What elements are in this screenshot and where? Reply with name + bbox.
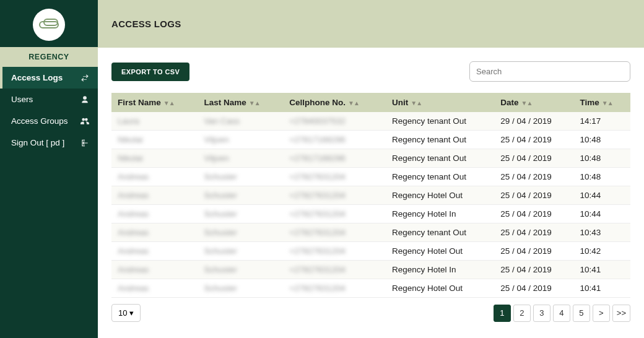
cell-date: 25 / 04 / 2019 — [494, 168, 573, 186]
cell-unit: Regency Hotel Out — [386, 279, 494, 298]
cell-phone: +27827631204 — [283, 168, 386, 186]
table-row: AndreasSchuster+27827631204Regency Hotel… — [111, 279, 630, 298]
cell-last-name: Schuster — [198, 242, 284, 261]
cell-phone: +27827631204 — [283, 261, 386, 279]
pager: 12345>>> — [494, 305, 630, 322]
col-label: Cellphone No. — [289, 98, 346, 107]
col-cellphone-no[interactable]: Cellphone No.▼▲ — [283, 93, 386, 112]
page-title: ACCESS LOGS — [111, 19, 630, 29]
col-label: Date — [500, 98, 518, 107]
page-5[interactable]: 5 — [573, 305, 590, 322]
cell-unit: Regency Hotel In — [386, 261, 494, 279]
cell-date: 29 / 04 / 2019 — [494, 112, 573, 131]
export-csv-button[interactable]: EXPORT TO CSV — [111, 63, 189, 81]
tenant-name: REGENCY — [0, 47, 98, 67]
cell-first-name: Andreas — [111, 186, 198, 205]
cell-last-name: Schuster — [198, 168, 284, 186]
sidebar-item-access-groups[interactable]: Access Groups — [0, 110, 98, 132]
cell-time: 10:48 — [574, 168, 630, 186]
cell-first-name: Laura — [111, 112, 198, 131]
cell-date: 25 / 04 / 2019 — [494, 149, 573, 168]
person-icon — [80, 95, 89, 104]
cell-phone: +27817168296 — [283, 149, 386, 168]
search-input[interactable] — [469, 61, 630, 82]
cell-date: 25 / 04 / 2019 — [494, 261, 573, 279]
sort-icon: ▼▲ — [521, 100, 533, 106]
sidebar: REGENCY Access LogsUsersAccess GroupsSig… — [0, 0, 98, 338]
cell-phone: +27817168296 — [283, 131, 386, 149]
cell-date: 25 / 04 / 2019 — [494, 223, 573, 242]
cell-date: 25 / 04 / 2019 — [494, 205, 573, 223]
col-unit[interactable]: Unit▼▲ — [386, 93, 494, 112]
cell-last-name: Viljoen — [198, 131, 284, 149]
swap-icon — [80, 74, 89, 82]
cell-first-name: Andreas — [111, 242, 198, 261]
page-1[interactable]: 1 — [494, 305, 511, 322]
cell-phone: +27827631204 — [283, 242, 386, 261]
cell-time: 10:44 — [574, 205, 630, 223]
table-header-row: First Name▼▲Last Name▼▲Cellphone No.▼▲Un… — [111, 93, 630, 112]
col-label: Unit — [392, 98, 408, 107]
signout-icon — [80, 139, 89, 147]
sidebar-item-label: Sign Out [ pd ] — [11, 138, 64, 147]
col-time[interactable]: Time▼▲ — [574, 93, 630, 112]
cell-unit: Regency Hotel Out — [386, 186, 494, 205]
sort-icon: ▼▲ — [163, 100, 175, 106]
page-2[interactable]: 2 — [513, 305, 531, 322]
logo-glyph-icon — [39, 19, 59, 31]
page-last[interactable]: >> — [612, 305, 630, 322]
cell-date: 25 / 04 / 2019 — [494, 186, 573, 205]
cell-time: 10:41 — [574, 261, 630, 279]
cell-time: 10:43 — [574, 223, 630, 242]
cell-unit: Regency Hotel Out — [386, 242, 494, 261]
cell-first-name: Andreas — [111, 223, 198, 242]
table-footer: 10 ▾ 12345>>> — [111, 304, 630, 322]
logo-wrap — [0, 0, 98, 47]
sidebar-nav: Access LogsUsersAccess GroupsSign Out [ … — [0, 67, 98, 154]
sort-icon: ▼▲ — [249, 100, 260, 106]
page-4[interactable]: 4 — [553, 305, 570, 322]
page-size-select[interactable]: 10 ▾ — [111, 304, 141, 322]
cell-time: 10:48 — [574, 131, 630, 149]
cell-last-name: Schuster — [198, 261, 284, 279]
table-row: NikolaiViljoen+27817168296Regency tenant… — [111, 131, 630, 149]
cell-phone: +27827631204 — [283, 223, 386, 242]
cell-last-name: Schuster — [198, 279, 284, 298]
cell-phone: +27827631204 — [283, 186, 386, 205]
cell-time: 14:17 — [574, 112, 630, 131]
sidebar-item-label: Users — [11, 95, 33, 104]
table-row: LauraVan Cass+27840037532Regency tenant … — [111, 112, 630, 131]
page-3[interactable]: 3 — [533, 305, 550, 322]
table-row: AndreasSchuster+27827631204Regency tenan… — [111, 168, 630, 186]
table-row: AndreasSchuster+27827631204Regency Hotel… — [111, 205, 630, 223]
cell-first-name: Andreas — [111, 279, 198, 298]
page-size-value: 10 — [118, 308, 127, 318]
table-row: AndreasSchuster+27827631204Regency Hotel… — [111, 242, 630, 261]
cell-date: 25 / 04 / 2019 — [494, 279, 573, 298]
col-label: Time — [580, 98, 599, 107]
cell-last-name: Schuster — [198, 186, 284, 205]
cell-date: 25 / 04 / 2019 — [494, 242, 573, 261]
sidebar-item-sign-out-pd[interactable]: Sign Out [ pd ] — [0, 132, 98, 154]
col-first-name[interactable]: First Name▼▲ — [111, 93, 198, 112]
cell-unit: Regency tenant Out — [386, 223, 494, 242]
page-header: ACCESS LOGS — [98, 0, 644, 48]
sidebar-item-label: Access Groups — [11, 116, 68, 126]
cell-unit: Regency tenant Out — [386, 149, 494, 168]
cell-unit: Regency tenant Out — [386, 131, 494, 149]
cell-unit: Regency Hotel In — [386, 205, 494, 223]
sidebar-item-label: Access Logs — [11, 73, 63, 82]
sidebar-item-users[interactable]: Users — [0, 89, 98, 110]
table-row: AndreasSchuster+27827631204Regency Hotel… — [111, 186, 630, 205]
sidebar-item-access-logs[interactable]: Access Logs — [0, 67, 98, 89]
table-row: AndreasSchuster+27827631204Regency Hotel… — [111, 261, 630, 279]
cell-phone: +27827631204 — [283, 279, 386, 298]
main: ACCESS LOGS EXPORT TO CSV First Name▼▲La… — [98, 0, 644, 338]
cell-date: 25 / 04 / 2019 — [494, 131, 573, 149]
cell-first-name: Andreas — [111, 261, 198, 279]
access-logs-table: First Name▼▲Last Name▼▲Cellphone No.▼▲Un… — [111, 93, 630, 298]
page-next[interactable]: > — [593, 305, 610, 322]
col-date[interactable]: Date▼▲ — [494, 93, 573, 112]
caret-down-icon: ▾ — [129, 308, 134, 318]
col-last-name[interactable]: Last Name▼▲ — [198, 93, 284, 112]
